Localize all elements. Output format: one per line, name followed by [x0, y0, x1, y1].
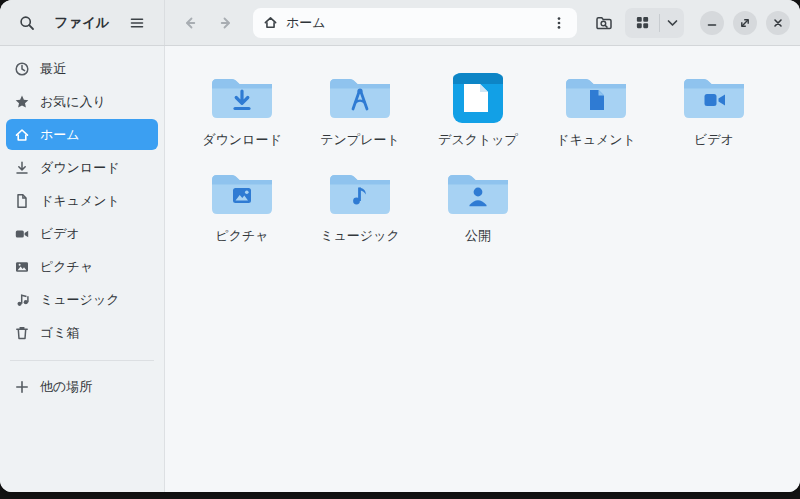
- kebab-menu-icon: [552, 16, 566, 30]
- sidebar-item-other-locations[interactable]: 他の場所: [6, 371, 158, 402]
- app-title: ファイル: [54, 14, 109, 32]
- sidebar-item-label: ピクチャ: [40, 258, 93, 276]
- sidebar-item-label: 他の場所: [40, 378, 92, 396]
- header-main: ホーム: [165, 0, 800, 45]
- file-label: ビデオ: [694, 133, 734, 148]
- folder-music[interactable]: ミュージック: [301, 168, 419, 244]
- file-label: デスクトップ: [438, 133, 518, 148]
- search-button[interactable]: [12, 8, 42, 38]
- view-options-button[interactable]: [660, 8, 684, 38]
- sidebar-item-label: ゴミ箱: [40, 324, 80, 342]
- maximize-icon: [738, 16, 752, 30]
- back-arrow-icon: [182, 15, 198, 31]
- folder-icon-template-emblem: [328, 72, 392, 124]
- folder-icon-music-emblem: [328, 168, 392, 220]
- folder-search-icon: [595, 14, 613, 32]
- folder-icon-public-emblem: [446, 168, 510, 220]
- folder-desktop[interactable]: デスクトップ: [419, 72, 537, 148]
- home-icon: [14, 127, 30, 143]
- view-grid-button[interactable]: [625, 8, 659, 38]
- hamburger-icon: [129, 15, 145, 31]
- forward-button[interactable]: [211, 8, 241, 38]
- folder-public[interactable]: 公開: [419, 168, 537, 244]
- sidebar-item-videos[interactable]: ビデオ: [6, 218, 158, 249]
- maximize-button[interactable]: [733, 11, 757, 35]
- sidebar-item-label: ダウンロード: [40, 159, 120, 177]
- picture-icon: [14, 259, 30, 275]
- sidebar-item-recent[interactable]: 最近: [6, 53, 158, 84]
- plus-icon: [14, 379, 30, 395]
- sidebar-item-music[interactable]: ミュージック: [6, 284, 158, 315]
- minimize-button[interactable]: [700, 11, 724, 35]
- sidebar-item-downloads[interactable]: ダウンロード: [6, 152, 158, 183]
- chevron-down-icon: [667, 19, 678, 27]
- sidebar-item-label: 最近: [40, 60, 66, 78]
- folder-downloads[interactable]: ダウンロード: [183, 72, 301, 148]
- file-grid: ダウンロード テンプレート デスクトッ: [165, 46, 800, 492]
- recent-icon: [14, 61, 30, 77]
- folder-icon-download-emblem: [210, 72, 274, 124]
- minimize-icon: [705, 16, 719, 30]
- forward-arrow-icon: [218, 15, 234, 31]
- grid-view-icon: [635, 15, 650, 30]
- sidebar-item-pictures[interactable]: ピクチャ: [6, 251, 158, 282]
- back-button[interactable]: [175, 8, 205, 38]
- download-icon: [14, 160, 30, 176]
- folder-videos[interactable]: ビデオ: [655, 72, 773, 148]
- file-label: ミュージック: [320, 229, 400, 244]
- folder-templates[interactable]: テンプレート: [301, 72, 419, 148]
- window-content: 最近 お気に入り ホーム ダウンロード: [0, 46, 800, 492]
- sidebar-item-home[interactable]: ホーム: [6, 119, 158, 150]
- sidebar-item-trash[interactable]: ゴミ箱: [6, 317, 158, 348]
- folder-documents[interactable]: ドキュメント: [537, 72, 655, 148]
- trash-icon: [14, 325, 30, 341]
- sidebar-item-label: ホーム: [40, 126, 80, 144]
- home-icon: [263, 15, 278, 30]
- music-icon: [14, 292, 30, 308]
- file-label: ドキュメント: [556, 133, 636, 148]
- sidebar-item-label: ドキュメント: [40, 192, 120, 210]
- path-menu-button[interactable]: [547, 11, 571, 35]
- menu-button[interactable]: [122, 8, 152, 38]
- sidebar-header: ファイル: [0, 0, 165, 45]
- path-label: ホーム: [286, 14, 326, 32]
- star-icon: [14, 94, 30, 110]
- file-label: ピクチャ: [215, 229, 268, 244]
- close-button[interactable]: [766, 11, 790, 35]
- window-controls: [700, 11, 790, 35]
- sidebar: 最近 お気に入り ホーム ダウンロード: [0, 46, 165, 492]
- desktop-icon: [446, 72, 510, 124]
- file-label: ダウンロード: [202, 133, 282, 148]
- sidebar-item-label: ビデオ: [40, 225, 80, 243]
- folder-icon-video-emblem: [682, 72, 746, 124]
- search-files-button[interactable]: [589, 8, 619, 38]
- file-manager-window: ファイル: [0, 0, 800, 492]
- folder-icon-document-emblem: [564, 72, 628, 124]
- view-switcher: [625, 8, 684, 38]
- file-label: テンプレート: [320, 133, 400, 148]
- document-icon: [14, 193, 30, 209]
- sidebar-item-documents[interactable]: ドキュメント: [6, 185, 158, 216]
- headerbar: ファイル: [0, 0, 800, 46]
- search-icon: [19, 15, 35, 31]
- sidebar-separator: [10, 360, 154, 361]
- video-icon: [14, 226, 30, 242]
- sidebar-item-starred[interactable]: お気に入り: [6, 86, 158, 117]
- path-bar[interactable]: ホーム: [253, 8, 577, 38]
- close-icon: [771, 16, 785, 30]
- sidebar-item-label: お気に入り: [40, 93, 106, 111]
- folder-pictures[interactable]: ピクチャ: [183, 168, 301, 244]
- file-label: 公開: [465, 229, 491, 244]
- sidebar-item-label: ミュージック: [40, 291, 120, 309]
- folder-icon-picture-emblem: [210, 168, 274, 220]
